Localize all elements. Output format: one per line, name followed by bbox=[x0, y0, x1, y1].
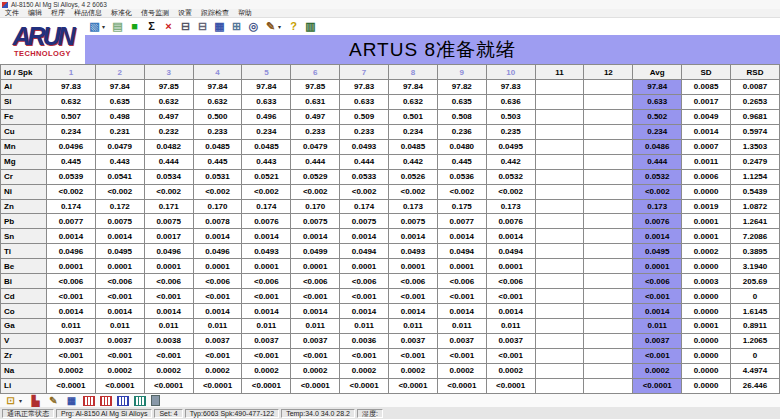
instrument-icon[interactable] bbox=[151, 395, 160, 406]
run-column-header[interactable]: 6 bbox=[291, 65, 340, 80]
menu-item[interactable]: 样品信息 bbox=[74, 8, 102, 18]
spectrum-red-2-icon[interactable] bbox=[100, 396, 112, 406]
menu-item[interactable]: 帮助 bbox=[238, 8, 252, 18]
export-icon[interactable]: ⊞ bbox=[230, 20, 243, 33]
value-cell: 0.444 bbox=[291, 154, 340, 169]
menu-item[interactable]: 编辑 bbox=[28, 8, 42, 18]
value-cell: 0.0002 bbox=[95, 363, 144, 378]
value-cell: 0.0014 bbox=[437, 304, 486, 319]
value-cell: 0.503 bbox=[486, 109, 535, 124]
dropdown-arrow-icon[interactable]: ▾ bbox=[102, 23, 107, 30]
value-cell: 0.0037 bbox=[47, 333, 96, 348]
table-row: Co0.00140.00140.00140.00140.00140.00140.… bbox=[1, 304, 780, 319]
element-label: Cu bbox=[1, 124, 47, 139]
value-cell: 0.0485 bbox=[242, 139, 291, 154]
search-icon[interactable]: ◎ bbox=[247, 20, 260, 33]
value-cell: 0.0001 bbox=[144, 259, 193, 274]
start-measure-icon[interactable]: ■ bbox=[128, 20, 141, 33]
value-cell bbox=[584, 378, 633, 393]
table-row: Ni<0.002<0.002<0.002<0.002<0.002<0.002<0… bbox=[1, 184, 780, 199]
value-cell: 0.174 bbox=[47, 199, 96, 214]
value-cell: 0.443 bbox=[95, 154, 144, 169]
rsd-cell: 26.446 bbox=[731, 378, 780, 393]
status-segment: 湿度: bbox=[357, 409, 383, 418]
menu-item[interactable]: 跟踪检查 bbox=[201, 8, 229, 18]
save-results-icon[interactable]: ▦ bbox=[65, 394, 78, 407]
rsd-cell: 4.4974 bbox=[731, 363, 780, 378]
value-cell: 0.0037 bbox=[95, 333, 144, 348]
new-analysis-icon[interactable]: ▧ bbox=[88, 20, 101, 33]
calibration-icon[interactable]: ✎ bbox=[264, 20, 277, 33]
run-column-header[interactable]: 5 bbox=[242, 65, 291, 80]
value-cell: 0.0479 bbox=[95, 139, 144, 154]
value-cell: 0.0014 bbox=[486, 304, 535, 319]
value-cell: <0.001 bbox=[242, 348, 291, 363]
spectrum-red-1-icon[interactable] bbox=[83, 396, 95, 406]
window-title: Al-8150 Al Mg Si Alloys, 4 2 6063 bbox=[11, 1, 107, 8]
run-column-header[interactable]: 7 bbox=[340, 65, 389, 80]
recall-results-icon[interactable]: ⊡ bbox=[4, 394, 17, 407]
table-row: Zn0.1740.1720.1710.1700.1740.1700.1740.1… bbox=[1, 199, 780, 214]
value-cell: 0.0001 bbox=[47, 259, 96, 274]
run-column-header[interactable]: 4 bbox=[193, 65, 242, 80]
average-sigma-icon[interactable]: Σ bbox=[145, 20, 158, 33]
value-cell: <0.0001 bbox=[47, 378, 96, 393]
save-icon[interactable]: ▦ bbox=[213, 20, 226, 33]
run-column-header[interactable]: 9 bbox=[437, 65, 486, 80]
rsd-cell: 1.1254 bbox=[731, 169, 780, 184]
sd-cell: 0.0000 bbox=[682, 184, 731, 199]
clipboard-icon[interactable]: ▤ bbox=[111, 20, 124, 33]
value-cell: 0.0014 bbox=[95, 229, 144, 244]
analyze-chart-icon[interactable]: ▙ bbox=[29, 394, 42, 407]
ready-status-text: ARTUS 8准备就绪 bbox=[349, 37, 516, 63]
menu-item[interactable]: 信号监测 bbox=[141, 8, 169, 18]
menu-item[interactable]: 标准化 bbox=[111, 8, 132, 18]
sd-cell: 0.0003 bbox=[682, 274, 731, 289]
run-column-header[interactable]: 1 bbox=[47, 65, 96, 80]
log-icon[interactable]: ▥ bbox=[304, 20, 317, 33]
delete-icon[interactable]: × bbox=[162, 20, 175, 33]
menu-item[interactable]: 文件 bbox=[5, 8, 19, 18]
value-cell: 0.0485 bbox=[389, 139, 438, 154]
run-column-header[interactable]: 12 bbox=[584, 65, 633, 80]
dropdown-arrow-icon[interactable]: ▾ bbox=[19, 397, 24, 404]
value-cell bbox=[535, 214, 584, 229]
menu-item[interactable]: 程序 bbox=[51, 8, 65, 18]
value-cell: <0.001 bbox=[144, 289, 193, 304]
run-column-header[interactable]: 8 bbox=[389, 65, 438, 80]
arun-logo: ARUN TECHNOLOGY bbox=[0, 18, 85, 64]
element-label: Cd bbox=[1, 289, 47, 304]
value-cell: <0.001 bbox=[47, 289, 96, 304]
toolbar-banner-zone: ▧▾▤■Σ×⊟⊟▦⊞◎✎▾?▥ ARTUS 8准备就绪 bbox=[85, 18, 780, 64]
value-cell: 0.0496 bbox=[144, 244, 193, 259]
sd-cell: 0.0000 bbox=[682, 363, 731, 378]
table-row: Cu0.2340.2310.2320.2330.2340.2330.2330.2… bbox=[1, 124, 780, 139]
table-row: Cd<0.001<0.001<0.001<0.001<0.001<0.001<0… bbox=[1, 289, 780, 304]
value-cell: 0.0533 bbox=[340, 169, 389, 184]
print-preview-icon[interactable]: ⊟ bbox=[196, 20, 209, 33]
run-column-header[interactable]: 11 bbox=[535, 65, 584, 80]
value-cell: <0.0001 bbox=[389, 378, 438, 393]
sd-cell: 0.0049 bbox=[682, 109, 731, 124]
value-cell: 0.0494 bbox=[437, 244, 486, 259]
value-cell: 0.0036 bbox=[340, 333, 389, 348]
print-icon[interactable]: ⊟ bbox=[179, 20, 192, 33]
run-column-header[interactable]: 2 bbox=[95, 65, 144, 80]
menu-item[interactable]: 设置 bbox=[178, 8, 192, 18]
help-icon[interactable]: ? bbox=[287, 20, 300, 33]
value-cell: 0.175 bbox=[437, 199, 486, 214]
value-cell: 0.0002 bbox=[486, 363, 535, 378]
run-column-header[interactable]: 10 bbox=[486, 65, 535, 80]
table-row: Pb0.00770.00750.00750.00780.00760.00750.… bbox=[1, 214, 780, 229]
run-column-header[interactable]: 3 bbox=[144, 65, 193, 80]
value-cell: 0.0017 bbox=[144, 229, 193, 244]
value-cell: <0.002 bbox=[242, 184, 291, 199]
edit-icon[interactable]: ✎ bbox=[47, 394, 60, 407]
value-cell: <0.001 bbox=[144, 348, 193, 363]
value-cell: <0.006 bbox=[340, 274, 389, 289]
signal-levels-icon[interactable] bbox=[134, 396, 146, 406]
spectrum-blue-icon[interactable] bbox=[117, 396, 129, 406]
dropdown-arrow-icon[interactable]: ▾ bbox=[278, 23, 283, 30]
value-cell bbox=[584, 229, 633, 244]
element-label: Cr bbox=[1, 169, 47, 184]
